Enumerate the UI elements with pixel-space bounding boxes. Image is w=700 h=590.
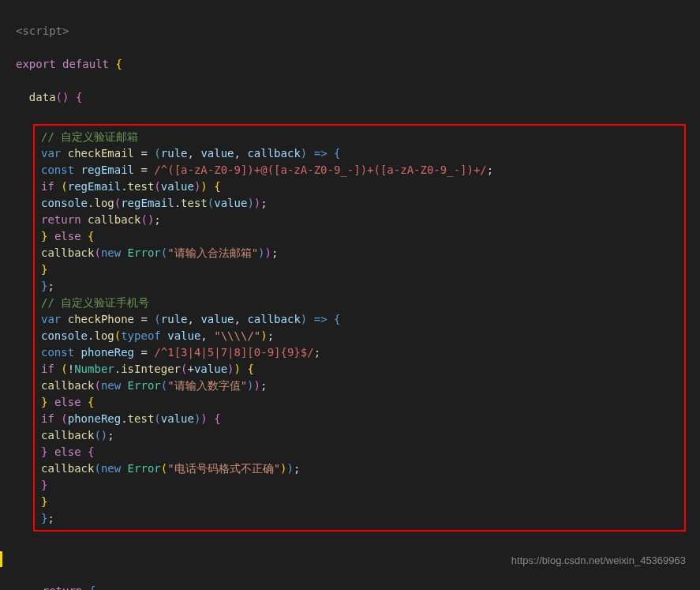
- code-line: // 自定义验证手机号: [41, 295, 681, 311]
- code-line: console.log(regEmail.test(value));: [41, 195, 681, 212]
- code-line: if (regEmail.test(value)) {: [41, 179, 681, 195]
- gutter-marker: [0, 551, 2, 567]
- code-line: } else {: [41, 444, 681, 460]
- highlighted-code-block: // 自定义验证邮箱 var checkEmail = (rule, value…: [33, 124, 686, 532]
- code-line: var checkPhone = (rule, value, callback)…: [41, 311, 681, 328]
- code-line: }: [41, 261, 681, 278]
- code-line: export default {: [16, 56, 700, 73]
- code-line: const phoneReg = /^1[3|4|5|7|8][0-9]{9}$…: [41, 344, 681, 361]
- code-line: return {: [16, 583, 700, 590]
- code-line: }: [41, 477, 681, 494]
- code-line: data() {: [16, 89, 700, 106]
- code-line: }: [41, 494, 681, 510]
- code-line: callback(new Error("请输入合法邮箱"));: [41, 245, 681, 261]
- code-line: } else {: [41, 228, 681, 245]
- code-line: console.log(typeof value, "\\\\/");: [41, 328, 681, 344]
- code-line: };: [41, 510, 681, 527]
- code-line: if (!Number.isInteger(+value)) {: [41, 361, 681, 378]
- code-line: };: [41, 278, 681, 295]
- code-line: var checkEmail = (rule, value, callback)…: [41, 145, 681, 162]
- watermark-text: https://blog.csdn.net/weixin_45369963: [511, 553, 686, 569]
- code-line: if (phoneReg.test(value)) {: [41, 411, 681, 427]
- code-line: callback();: [41, 427, 681, 444]
- code-line: callback(new Error("请输入数字值"));: [41, 378, 681, 394]
- code-line: <script>: [16, 23, 700, 39]
- code-line: // 自定义验证邮箱: [41, 129, 681, 145]
- code-line: } else {: [41, 394, 681, 411]
- code-editor[interactable]: <script> export default { data() {: [0, 6, 700, 122]
- code-line: callback(new Error("电话号码格式不正确"));: [41, 460, 681, 477]
- code-line: return callback();: [41, 212, 681, 228]
- code-line: const regEmail = /^([a-zA-Z0-9])+@([a-zA…: [41, 162, 681, 179]
